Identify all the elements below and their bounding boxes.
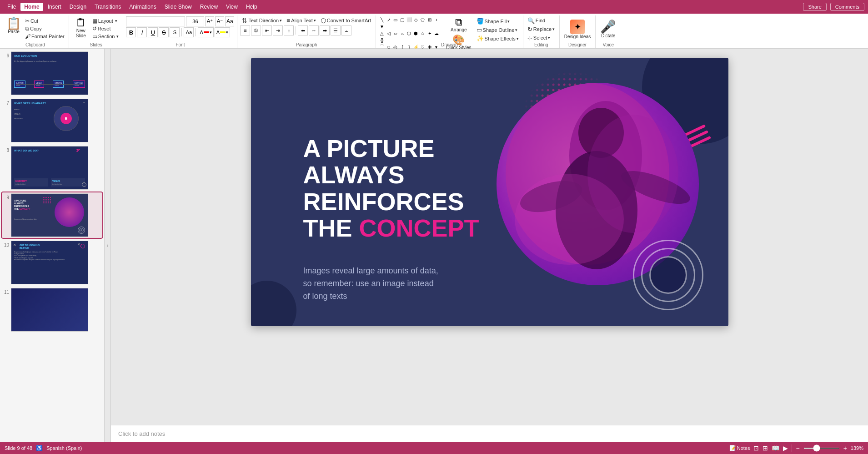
cut-button[interactable]: ✂ Cut	[24, 17, 66, 25]
justify-button[interactable]: ☰	[331, 25, 341, 35]
shape-arrow-icon[interactable]: ↗	[386, 16, 392, 23]
shape-outline-button[interactable]: ▭ Shape Outline▾	[475, 26, 520, 34]
select-button[interactable]: ⊹ Select▾	[526, 34, 557, 42]
reading-view-button[interactable]: 📖	[772, 444, 779, 452]
menu-insert[interactable]: Insert	[44, 3, 65, 11]
shape-4star-icon[interactable]: ✦	[426, 30, 433, 36]
shape-round-rect-icon[interactable]: ▢	[399, 16, 406, 23]
line-spacing-button[interactable]: ↕	[284, 25, 294, 35]
font-size-decrease-button[interactable]: A⁻	[215, 16, 224, 26]
zoom-out-button[interactable]: −	[796, 444, 799, 452]
underline-button[interactable]: U	[148, 27, 158, 37]
slide-sorter-button[interactable]: ⊞	[763, 444, 768, 452]
language-label: Spanish (Spain)	[46, 445, 82, 451]
menu-design[interactable]: Design	[66, 3, 90, 11]
clear-formatting-button[interactable]: Aa	[225, 16, 234, 26]
shape-oct-icon[interactable]: ⬢	[413, 30, 419, 36]
shape-trap-icon[interactable]: ⏢	[399, 30, 406, 36]
font-size-input[interactable]: 36	[186, 16, 204, 26]
copy-button[interactable]: ⧉ Copy	[24, 25, 66, 32]
shape-effects-button[interactable]: ✨ Shape Effects▾	[475, 35, 520, 42]
new-slide-button[interactable]: 🗒 NewSlide	[72, 16, 90, 39]
menu-file[interactable]: File	[4, 3, 20, 11]
numbering-button[interactable]: ①	[251, 25, 261, 35]
shape-para-icon[interactable]: ▱	[392, 30, 399, 36]
find-button[interactable]: 🔍 Find	[526, 17, 557, 25]
replace-button[interactable]: ↻ Replace▾	[526, 25, 557, 33]
shape-line-icon[interactable]: ╲	[379, 16, 385, 23]
shape-cloud-icon[interactable]: ☁	[433, 30, 440, 36]
slide-thumb-11[interactable]: 11	[2, 287, 102, 333]
panel-collapse-arrow[interactable]: ‹	[105, 49, 111, 442]
align-center-button[interactable]: ↔	[309, 25, 319, 35]
font-name-input[interactable]	[126, 16, 185, 26]
slide-thumb-10[interactable]: 10 ✕ GET TO KNOW USBETTER Do you know wh…	[2, 240, 102, 285]
shape-chevron-icon[interactable]: ›	[433, 16, 440, 23]
notes-toggle-button[interactable]: 📝 Notes	[729, 445, 750, 451]
section-button[interactable]: ▭ Section▾	[91, 33, 120, 40]
columns-button[interactable]: ⫠	[341, 25, 351, 35]
design-ideas-button[interactable]: ✦ Design Ideas	[562, 19, 592, 40]
slide-info: Slide 9 of 48	[5, 445, 32, 451]
menu-animations[interactable]: Animations	[125, 3, 160, 11]
shape-more-icon[interactable]: ⬜	[406, 16, 412, 23]
menu-home[interactable]: Home	[20, 3, 43, 11]
arrange-button[interactable]: ⧉ Arrange	[444, 16, 473, 33]
comments-button[interactable]: Comments	[830, 3, 864, 11]
paste-button[interactable]: 📋 Paste	[5, 16, 23, 35]
increase-indent-button[interactable]: ⇥	[273, 25, 283, 35]
slide-thumb-9[interactable]: 9 A PICTUREALWAYSREINFORCESTHE CONCEPT I…	[2, 192, 102, 238]
slide-title: A PICTURE ALWAYS REINFORCES THE CONCEPT	[303, 135, 479, 241]
slide-thumb-8[interactable]: 8 WHAT DO WE DO? MERCURY text text text …	[2, 145, 102, 191]
shadow-button[interactable]: S	[170, 27, 180, 37]
accessibility-icon[interactable]: ♿	[36, 445, 43, 451]
highlight-color-button[interactable]: A▾	[215, 27, 230, 37]
menu-slideshow[interactable]: Slide Show	[161, 3, 196, 11]
layout-button[interactable]: ▦ Layout▾	[91, 17, 120, 25]
zoom-slider[interactable]	[803, 448, 840, 449]
bold-button[interactable]: B	[126, 27, 136, 37]
bullets-button[interactable]: ≡	[240, 25, 250, 35]
menu-view[interactable]: View	[222, 3, 241, 11]
dictate-button[interactable]: 🎤 Dictate	[598, 20, 618, 39]
align-text-button[interactable]: ≡ Align Text▾	[285, 16, 318, 25]
shape-down-arrow-icon[interactable]: ▼	[379, 23, 385, 30]
shape-rect-icon[interactable]: ▭	[392, 16, 399, 23]
menu-review[interactable]: Review	[196, 3, 221, 11]
shape-tri-icon[interactable]: △	[379, 30, 385, 36]
format-painter-button[interactable]: 🖌 Format Painter	[24, 33, 66, 40]
reset-button[interactable]: ↺ Reset	[91, 25, 120, 32]
notes-bar[interactable]: Click to add notes	[111, 425, 868, 442]
align-right-button[interactable]: ➡	[320, 25, 330, 35]
paragraph-group: ⇅ Text Direction▾ ≡ Align Text▾ ⬡ Conver…	[237, 15, 376, 48]
font-size-increase-button[interactable]: A⁺	[205, 16, 214, 26]
italic-button[interactable]: I	[137, 27, 147, 37]
menu-transitions[interactable]: Transitions	[91, 3, 125, 11]
font-case-button[interactable]: Aa	[184, 27, 194, 37]
align-left-button[interactable]: ⬅	[298, 25, 308, 35]
slideshow-button[interactable]: ▶	[783, 444, 788, 452]
normal-view-button[interactable]: ⊡	[753, 444, 759, 452]
shape-diamond-icon[interactable]: ◇	[413, 16, 419, 23]
strikethrough-button[interactable]: S	[159, 27, 169, 37]
shape-fill-button[interactable]: 🪣 Shape Fill▾	[475, 17, 520, 25]
font-group: 36 A⁺ A⁻ Aa B I U S S Aa A▾ A▾	[123, 15, 237, 48]
shape-rtri-icon[interactable]: ◁	[386, 30, 392, 36]
status-bar: Slide 9 of 48 ♿ Spanish (Spain) 📝 Notes …	[0, 442, 868, 454]
slide-panel: 6 OUR EVOLUTION It's the biggest pleasur…	[0, 49, 105, 442]
shape-cylinder-icon[interactable]: ⊞	[426, 16, 433, 23]
shape-star-icon[interactable]: ☆	[420, 30, 426, 36]
slide-thumb-6[interactable]: 6 OUR EVOLUTION It's the biggest pleasur…	[2, 50, 102, 96]
decrease-indent-button[interactable]: ⇤	[262, 25, 272, 35]
menu-help[interactable]: Help	[242, 3, 261, 11]
zoom-in-button[interactable]: +	[843, 444, 847, 452]
text-direction-button[interactable]: ⇅ Text Direction▾	[240, 16, 284, 25]
separator	[792, 444, 792, 452]
font-color-button[interactable]: A▾	[198, 27, 213, 37]
slide-thumb-7[interactable]: 7 WHAT SETS US APART? MARS VENUS NEPTUNE…	[2, 98, 102, 143]
convert-smartart-button[interactable]: ⬡ Convert to SmartArt	[319, 16, 373, 25]
share-button[interactable]: Share	[803, 3, 826, 11]
shape-hex-icon[interactable]: ⬡	[406, 30, 412, 36]
shape-pentagon-icon[interactable]: ⬠	[420, 16, 426, 23]
notes-placeholder: Click to add notes	[118, 430, 165, 437]
